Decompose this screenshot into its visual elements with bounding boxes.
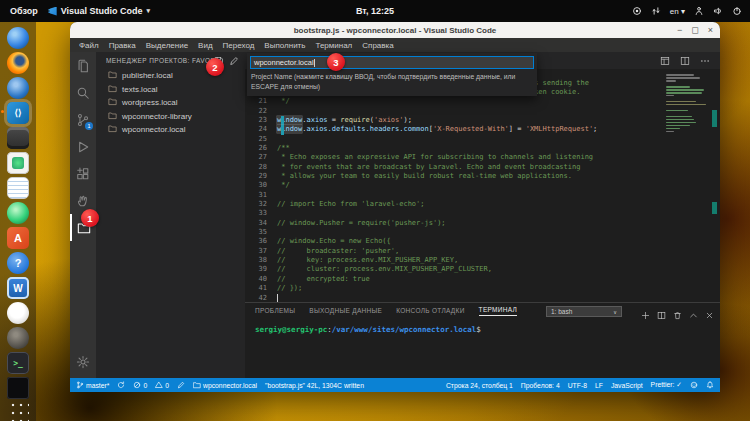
status-cursor-position[interactable]: Строка 24, столбец 1 [446, 382, 513, 389]
menu-Вид[interactable]: Вид [193, 41, 217, 50]
panel-tab-ПРОБЛЕМЫ[interactable]: ПРОБЛЕМЫ [255, 307, 295, 316]
project-item[interactable]: wpconnector.local [96, 123, 245, 137]
menu-Терминал[interactable]: Терминал [310, 41, 357, 50]
status-warnings[interactable]: 0 [155, 381, 169, 389]
status-git-branch[interactable]: master* [76, 381, 109, 389]
dock-item-show-applications[interactable] [7, 399, 29, 421]
code-line[interactable]: 41// }); [245, 284, 720, 293]
maximize-button[interactable]: ◻ [691, 26, 698, 35]
code-line[interactable]: 23window.axios = require('axios'); [245, 116, 720, 125]
code-line[interactable]: 40// encrypted: true [245, 275, 720, 284]
status-errors[interactable]: 0 [133, 381, 147, 389]
code-line[interactable]: 22 [245, 107, 720, 116]
dock-item-anydesk[interactable]: A [7, 227, 29, 249]
status-feedback[interactable] [690, 381, 698, 389]
status-formatter[interactable]: Prettier: ✓ [651, 381, 682, 389]
panel-tab-ВЫХОДНЫЕ ДАННЫЕ[interactable]: ВЫХОДНЫЕ ДАННЫЕ [309, 307, 382, 316]
new-terminal-icon[interactable] [641, 306, 650, 324]
power-icon[interactable] [732, 6, 742, 16]
code-line[interactable]: 31 [245, 191, 720, 200]
activity-search-icon[interactable] [70, 79, 96, 106]
code-line[interactable]: 38// key: process.env.MIX_PUSHER_APP_KEY… [245, 256, 720, 265]
menu-Выделение[interactable]: Выделение [141, 41, 193, 50]
project-item[interactable]: wpconnector-library [96, 110, 245, 124]
dock-item-help[interactable]: ? [7, 252, 29, 274]
close-button[interactable]: × [708, 26, 713, 35]
menu-Справка[interactable]: Справка [357, 41, 398, 50]
project-name-input[interactable]: wpconnector.local [250, 56, 534, 69]
open-changes-icon[interactable] [660, 52, 670, 70]
dock-item-vscode[interactable]: ⟨⟩ [7, 102, 29, 124]
code-line[interactable]: 33 [245, 209, 720, 218]
menu-Правка[interactable]: Правка [104, 41, 141, 50]
status-notifications[interactable] [706, 381, 714, 389]
code-line[interactable]: 25 [245, 135, 720, 144]
code-line[interactable]: 24window.axios.defaults.headers.common['… [245, 125, 720, 134]
dock-item-firefox[interactable] [7, 52, 29, 74]
code-line[interactable]: 28 * for events that are broadcast by La… [245, 163, 720, 172]
code-line[interactable]: 26/** [245, 144, 720, 153]
accessibility-icon[interactable] [694, 6, 704, 16]
activity-extensions-icon[interactable] [70, 160, 96, 187]
dock-item-vm-app[interactable]: W [7, 277, 29, 299]
panel-tab-КОНСОЛЬ ОТЛАДКИ[interactable]: КОНСОЛЬ ОТЛАДКИ [396, 307, 464, 316]
network-icon[interactable] [651, 6, 661, 16]
menu-Файл[interactable]: Файл [74, 41, 104, 50]
code-line[interactable]: 35 [245, 228, 720, 237]
status-sync[interactable] [117, 381, 125, 389]
menu-Выполнить[interactable]: Выполнить [259, 41, 310, 50]
status-eol[interactable]: LF [595, 382, 603, 389]
dock-item-console-app[interactable] [7, 377, 29, 399]
code-line[interactable]: 42 [245, 294, 720, 303]
code-line[interactable]: 30 */ [245, 181, 720, 190]
code-line[interactable]: 32// import Echo from 'laravel-echo'; [245, 200, 720, 209]
close-panel-icon[interactable] [705, 306, 714, 324]
more-actions-icon[interactable] [700, 52, 710, 70]
kill-terminal-icon[interactable] [673, 306, 682, 324]
code-line[interactable]: 39// cluster: process.env.MIX_PUSHER_APP… [245, 265, 720, 274]
dock-item-white-circle-app[interactable] [7, 302, 29, 324]
folder-icon [108, 84, 117, 95]
status-edit-indicator[interactable] [177, 381, 185, 389]
project-item[interactable]: wordpress.local [96, 96, 245, 110]
activity-explorer-icon[interactable] [70, 52, 96, 79]
minimap[interactable] [666, 74, 706, 134]
code-line[interactable]: 27 * Echo exposes an expressive API for … [245, 153, 720, 162]
menu-Переход[interactable]: Переход [218, 41, 260, 50]
volume-icon[interactable] [713, 6, 723, 16]
status-indentation[interactable]: Пробелов: 4 [521, 382, 560, 389]
window-titlebar[interactable]: bootstrap.js - wpconnector.local - Visua… [70, 22, 720, 38]
screencast-icon[interactable] [632, 6, 642, 16]
dock-item-blue-circle-app[interactable] [7, 27, 29, 49]
code-line[interactable]: 37// broadcaster: 'pusher', [245, 247, 720, 256]
dock-item-green-app[interactable] [7, 202, 29, 224]
status-project[interactable]: wpconnector.local [193, 381, 257, 389]
terminal-prompt[interactable]: sergiy@sergiy-pc:/var/www/sites/wpconnec… [255, 325, 481, 334]
status-encoding[interactable]: UTF-8 [568, 382, 587, 389]
panel-tab-ТЕРМИНАЛ[interactable]: ТЕРМИНАЛ [479, 306, 518, 316]
dock-item-notes-app[interactable] [7, 152, 29, 174]
split-terminal-icon[interactable] [657, 306, 666, 324]
project-item[interactable]: texts.local [96, 83, 245, 97]
split-editor-icon[interactable] [680, 52, 690, 70]
dock-item-gimp[interactable] [7, 327, 29, 349]
dock-item-terminal[interactable]: >_ [7, 352, 29, 374]
activity-run-debug-icon[interactable] [70, 133, 96, 160]
maximize-panel-icon[interactable] [689, 306, 698, 324]
code-line[interactable]: 29 * allows your team to easily build ro… [245, 172, 720, 181]
status-language-mode[interactable]: JavaScript [611, 382, 643, 389]
window-title: bootstrap.js - wpconnector.local - Visua… [294, 26, 497, 35]
edit-projects-icon[interactable] [229, 52, 239, 70]
minimize-button[interactable]: − [677, 26, 682, 35]
manage-gear-icon[interactable] [70, 350, 96, 374]
status-vim-message[interactable]: "bootstrap.js" 42L, 1304C written [265, 382, 364, 389]
activity-source-control-icon[interactable]: 1 [70, 106, 96, 133]
code-line[interactable]: 21 */ [245, 97, 720, 106]
terminal-shell-select[interactable]: 1: bash ∨ [546, 306, 622, 317]
dock-item-thunderbird[interactable] [7, 77, 29, 99]
dock-item-document-app[interactable] [7, 177, 29, 199]
dock-item-file-manager[interactable] [7, 127, 29, 149]
code-line[interactable]: 34// window.Pusher = require('pusher-js'… [245, 219, 720, 228]
code-line[interactable]: 36// window.Echo = new Echo({ [245, 237, 720, 246]
keyboard-layout-indicator[interactable]: en ▾ [670, 7, 685, 16]
